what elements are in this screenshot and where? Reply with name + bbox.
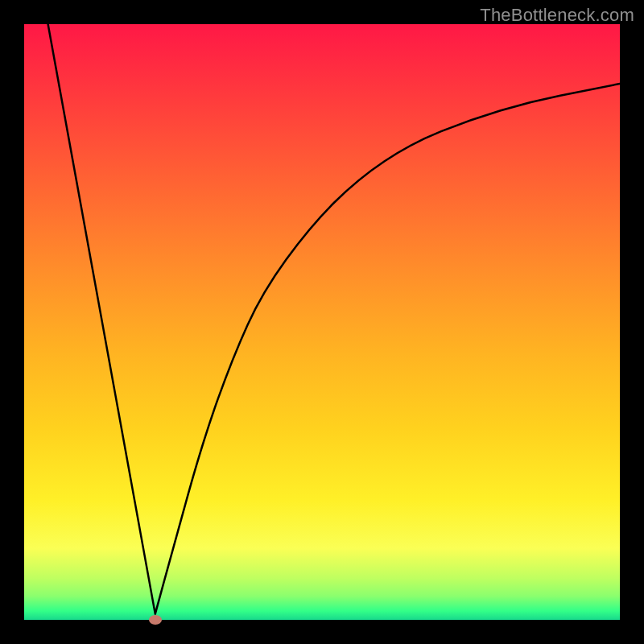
watermark-text: TheBottleneck.com bbox=[480, 5, 634, 26]
curve-path bbox=[48, 24, 620, 614]
plot-area bbox=[24, 24, 620, 620]
chart-frame: TheBottleneck.com bbox=[0, 0, 644, 644]
bottleneck-curve bbox=[24, 24, 620, 620]
bottleneck-marker bbox=[149, 615, 162, 625]
